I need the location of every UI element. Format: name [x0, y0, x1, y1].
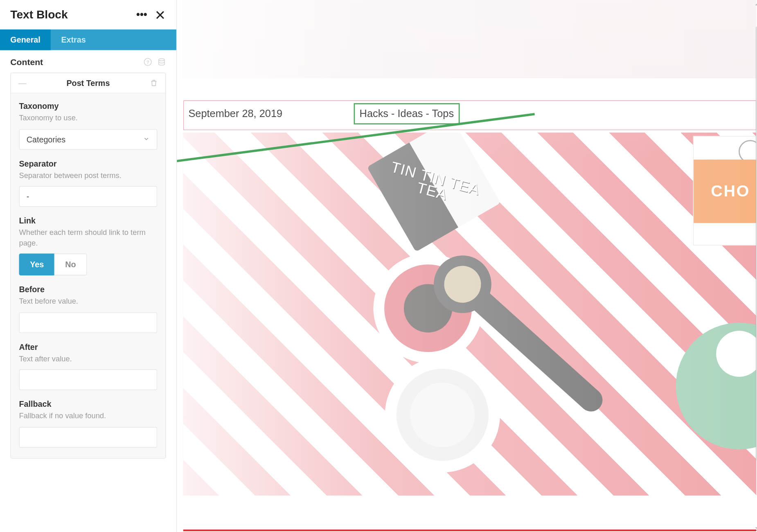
fallback-label: Fallback [19, 399, 157, 409]
link-yes-button[interactable]: Yes [19, 254, 54, 276]
card-title: Post Terms [27, 78, 149, 88]
field-fallback: Fallback Fallback if no value found. [19, 399, 157, 448]
delete-icon[interactable] [149, 78, 159, 88]
coffee-cup-2 [385, 357, 500, 473]
link-label: Link [19, 216, 157, 225]
more-icon[interactable]: ••• [136, 9, 147, 20]
post-terms-card: — Post Terms Taxonomy Taxonomy to use. C… [10, 72, 166, 458]
sidebar-header: Text Block ••• [0, 0, 176, 29]
taxonomy-select[interactable]: Categories [19, 129, 157, 150]
before-input[interactable] [19, 312, 157, 333]
post-meta-bar: September 28, 2019 Hacks - Ideas - Tops [183, 100, 757, 130]
link-desc: Whether each term should link to term pa… [19, 228, 157, 248]
collapse-icon[interactable]: — [18, 78, 27, 88]
field-after: After Text after value. [19, 342, 157, 390]
after-label: After [19, 342, 157, 352]
tabs: General Extras [0, 29, 176, 50]
fallback-input[interactable] [19, 427, 157, 448]
after-desc: Text after value. [19, 354, 157, 364]
separator-input[interactable] [19, 186, 157, 207]
taxonomy-value: Categories [27, 135, 65, 144]
preview-banner [183, 0, 757, 78]
post-date[interactable]: September 28, 2019 [183, 100, 350, 130]
featured-image: TIN TIN TEA TEA CHO [183, 133, 757, 496]
tab-general[interactable]: General [0, 29, 51, 50]
post-terms-wrap[interactable]: Hacks - Ideas - Tops [350, 100, 757, 130]
panel-title: Text Block [10, 8, 68, 21]
settings-sidebar: Text Block ••• General Extras Content ? [0, 0, 177, 532]
before-desc: Text before value. [19, 296, 157, 307]
field-link: Link Whether each term should link to te… [19, 216, 157, 275]
link-no-button[interactable]: No [54, 254, 87, 276]
selection-underline [183, 530, 757, 531]
separator-desc: Separator between post terms. [19, 170, 157, 180]
data-icon[interactable] [157, 57, 166, 67]
before-label: Before [19, 285, 157, 294]
field-before: Before Text before value. [19, 285, 157, 333]
after-input[interactable] [19, 370, 157, 390]
tab-extras[interactable]: Extras [51, 29, 96, 50]
field-taxonomy: Taxonomy Taxonomy to use. Categories [19, 101, 157, 150]
choc-label: CHO [694, 160, 756, 223]
post-terms: Hacks - Ideas - Tops [354, 103, 460, 124]
field-separator: Separator Separator between post terms. [19, 159, 157, 207]
taxonomy-desc: Taxonomy to use. [19, 113, 157, 123]
taxonomy-label: Taxonomy [19, 101, 157, 111]
separator-label: Separator [19, 159, 157, 168]
chevron-down-icon [143, 135, 150, 143]
choc-box-graphic: CHO [693, 136, 757, 246]
svg-text:?: ? [146, 60, 149, 65]
close-icon[interactable] [154, 9, 166, 20]
help-icon[interactable]: ? [143, 57, 152, 67]
svg-point-2 [158, 59, 164, 61]
section-head: Content ? [0, 50, 176, 72]
fallback-desc: Fallback if no value found. [19, 411, 157, 421]
section-title: Content [10, 57, 43, 67]
